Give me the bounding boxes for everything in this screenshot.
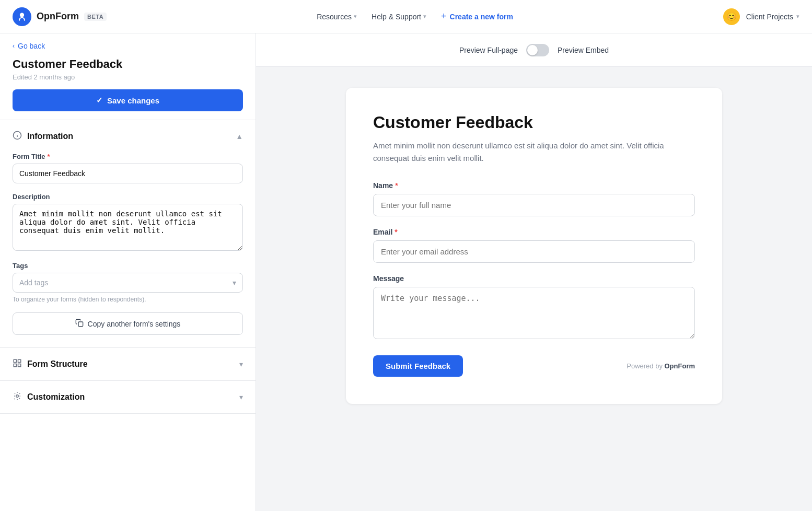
save-changes-button[interactable]: ✓ Save changes	[13, 89, 243, 111]
preview-content: Customer Feedback Amet minim mollit non …	[256, 67, 812, 511]
accordion-title-group: Customization	[13, 391, 85, 403]
required-star: *	[395, 181, 398, 190]
tags-help-text: To organize your forms (hidden to respon…	[13, 296, 243, 303]
preview-message-textarea[interactable]	[373, 287, 695, 339]
preview-message-field: Message	[373, 274, 695, 341]
chevron-down-icon: ▾	[233, 278, 236, 287]
preview-email-label: Email *	[373, 228, 695, 236]
avatar[interactable]: 😊	[723, 8, 740, 25]
logo-text: OpnForm	[37, 11, 79, 22]
svg-rect-7	[14, 364, 16, 367]
chevron-down-icon: ▾	[423, 13, 426, 20]
chevron-down-icon: ▾	[239, 360, 243, 368]
customization-accordion-header[interactable]: Customization ▾	[0, 381, 256, 413]
preview-embed-label: Preview Embed	[558, 46, 609, 54]
form-title-input[interactable]	[13, 164, 243, 183]
preview-full-page-label: Preview Full-page	[459, 46, 518, 54]
header-nav: Resources ▾ Help & Support ▾ + Create a …	[317, 11, 513, 22]
chevron-down-icon: ▾	[796, 13, 799, 20]
plus-icon: +	[441, 11, 447, 22]
copy-another-form-button[interactable]: Copy another form's settings	[13, 312, 243, 335]
chevron-left-icon: ‹	[13, 42, 15, 50]
description-label: Description	[13, 193, 243, 201]
information-accordion: Information ▲ Form Title * Description A…	[0, 120, 256, 348]
description-textarea[interactable]: Amet minim mollit non deserunt ullamco e…	[13, 204, 243, 251]
checkmark-icon: ✓	[96, 96, 103, 105]
beta-badge: BETA	[84, 13, 107, 21]
form-card: Customer Feedback Amet minim mollit non …	[346, 88, 722, 404]
preview-area: Preview Full-page Preview Embed Customer…	[256, 33, 812, 511]
information-accordion-body: Form Title * Description Amet minim moll…	[0, 153, 256, 347]
structure-icon	[13, 358, 22, 370]
accordion-title-group: Form Structure	[13, 358, 88, 370]
customization-icon	[13, 391, 22, 403]
form-title-label: Form Title *	[13, 153, 243, 160]
form-title-group: Form Title *	[13, 153, 243, 183]
sidebar-top: ‹ Go back Customer Feedback Edited 2 mon…	[0, 33, 256, 120]
svg-point-9	[16, 395, 19, 398]
form-card-description: Amet minim mollit non deserunt ullamco e…	[373, 140, 695, 165]
form-structure-accordion-header[interactable]: Form Structure ▾	[0, 348, 256, 380]
submit-feedback-button[interactable]: Submit Feedback	[373, 355, 463, 377]
preview-name-label: Name *	[373, 181, 695, 190]
logo-group: OpnForm BETA	[13, 7, 107, 26]
svg-rect-4	[78, 322, 83, 327]
accordion-title-group: Information	[13, 131, 73, 142]
form-structure-accordion: Form Structure ▾	[0, 348, 256, 381]
app-header: OpnForm BETA Resources ▾ Help & Support …	[0, 0, 812, 33]
preview-name-input[interactable]	[373, 194, 695, 216]
tags-select[interactable]: Add tags ▾	[13, 273, 243, 293]
header-right: 😊 Client Projects ▾	[723, 8, 799, 25]
chevron-down-icon: ▾	[354, 13, 357, 20]
preview-email-field: Email *	[373, 228, 695, 263]
toggle-knob	[527, 45, 538, 55]
app-body: ‹ Go back Customer Feedback Edited 2 mon…	[0, 33, 812, 511]
required-star: *	[395, 228, 397, 236]
form-submit-row: Submit Feedback Powered by OpnForm	[373, 355, 695, 377]
tags-label: Tags	[13, 262, 243, 270]
form-edited-time: Edited 2 months ago	[13, 73, 243, 81]
preview-toggle[interactable]	[526, 44, 549, 56]
preview-email-input[interactable]	[373, 240, 695, 263]
chevron-down-icon: ▾	[239, 393, 243, 401]
logo-icon	[13, 7, 31, 26]
customization-accordion: Customization ▾	[0, 381, 256, 414]
preview-message-label: Message	[373, 274, 695, 283]
workspace-button[interactable]: Client Projects ▾	[746, 13, 799, 21]
form-card-title: Customer Feedback	[373, 113, 695, 132]
svg-point-0	[20, 13, 24, 17]
form-name-title: Customer Feedback	[13, 57, 243, 71]
nav-resources[interactable]: Resources ▾	[317, 13, 357, 21]
copy-icon	[75, 319, 84, 329]
create-new-form-button[interactable]: + Create a new form	[441, 11, 513, 22]
nav-help-support[interactable]: Help & Support ▾	[372, 13, 426, 21]
svg-rect-8	[18, 364, 21, 367]
chevron-up-icon: ▲	[236, 132, 243, 141]
information-accordion-header[interactable]: Information ▲	[0, 120, 256, 153]
info-icon	[13, 131, 22, 142]
required-star: *	[48, 153, 50, 160]
tags-group: Tags Add tags ▾ To organize your forms (…	[13, 262, 243, 303]
svg-rect-5	[14, 359, 16, 362]
preview-toolbar: Preview Full-page Preview Embed	[256, 33, 812, 67]
go-back-link[interactable]: ‹ Go back	[13, 42, 243, 50]
preview-name-field: Name *	[373, 181, 695, 216]
sidebar: ‹ Go back Customer Feedback Edited 2 mon…	[0, 33, 256, 511]
description-group: Description Amet minim mollit non deseru…	[13, 193, 243, 252]
svg-rect-6	[18, 359, 21, 362]
powered-by-text: Powered by OpnForm	[627, 362, 695, 370]
